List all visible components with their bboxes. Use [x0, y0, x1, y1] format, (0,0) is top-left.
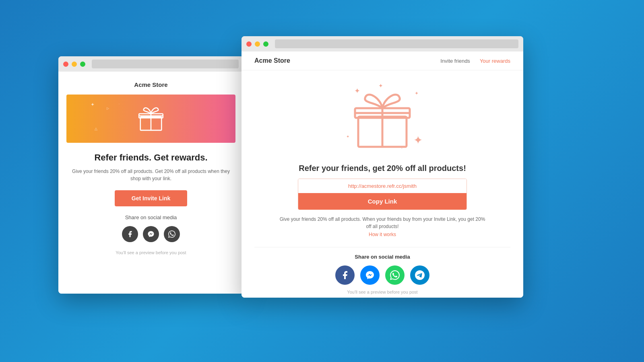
how-it-works-link[interactable]: How it works — [369, 232, 396, 237]
sparkle-bottom-right: ✦ — [413, 134, 423, 147]
get-invite-link-button[interactable]: Get Invite Link — [115, 190, 187, 206]
app-logo: Acme Store — [254, 57, 290, 64]
gift-icon-banner — [137, 105, 165, 133]
email-preview-note: You'll see a preview before you post — [66, 250, 235, 255]
whatsapp-button[interactable] — [385, 265, 405, 285]
email-subtext: Give your friends 20% off all products. … — [66, 168, 235, 182]
address-bar-back — [92, 60, 239, 68]
messenger-button[interactable] — [360, 265, 380, 285]
messenger-icon — [365, 270, 375, 280]
copy-link-button[interactable]: Copy Link — [298, 193, 466, 210]
address-bar-front — [275, 39, 518, 48]
referral-link-input[interactable] — [298, 179, 466, 193]
referral-link-box: Copy Link — [298, 179, 467, 210]
divider — [254, 247, 510, 247]
nav-your-rewards[interactable]: Your rewards — [480, 58, 510, 64]
nav-invite-friends[interactable]: Invite friends — [440, 58, 470, 64]
sparkle-top-center: ✦ — [378, 82, 383, 89]
desc-text: Give your friends 20% off all products. … — [278, 216, 487, 230]
app-main: ✦ ✦ ✦ ✦ ✦ · — [242, 70, 523, 298]
email-heading: Refer friends. Get rewards. — [66, 152, 235, 163]
gift-icon-main — [350, 86, 415, 151]
messenger-icon-back[interactable] — [143, 226, 159, 242]
banner-sparkle-4: · — [119, 103, 120, 105]
browser-content-front: Acme Store Invite friends Your rewards ✦… — [242, 51, 523, 298]
sparkle-top-left: ✦ — [354, 86, 360, 95]
titlebar-back — [58, 56, 244, 72]
email-banner: ✦ ▷ △ · — [66, 95, 235, 143]
social-icons-row — [335, 265, 429, 285]
email-store-title: Acme Store — [66, 81, 235, 88]
sparkle-top-right: ✦ — [415, 90, 419, 96]
browser-content-back: Acme Store ✦ ▷ △ · Refer — [58, 72, 244, 294]
whatsapp-icon — [390, 270, 400, 280]
sparkle-bottom-center: · — [401, 145, 402, 151]
browser-window-back: Acme Store ✦ ▷ △ · Refer — [58, 56, 244, 294]
telegram-icon — [415, 270, 425, 280]
whatsapp-icon-back[interactable] — [164, 226, 180, 242]
banner-sparkle-3: △ — [95, 127, 97, 131]
titlebar-front — [242, 36, 523, 51]
facebook-icon — [340, 270, 350, 280]
traffic-light-red-front[interactable] — [246, 41, 252, 47]
main-heading: Refer your friends, get 20% off all prod… — [299, 164, 466, 173]
banner-sparkle-2: ▷ — [107, 107, 109, 110]
preview-note-main: You'll see a preview before you post — [347, 290, 417, 294]
traffic-light-yellow-back[interactable] — [72, 62, 77, 67]
banner-sparkle-1: ✦ — [91, 102, 95, 107]
app-nav: Acme Store Invite friends Your rewards — [242, 51, 523, 70]
traffic-light-green-front[interactable] — [263, 41, 268, 47]
traffic-light-yellow-front[interactable] — [255, 41, 260, 47]
facebook-button[interactable] — [335, 265, 355, 285]
telegram-button[interactable] — [410, 265, 429, 285]
facebook-icon-back[interactable] — [122, 226, 138, 242]
sparkle-bottom-left: ✦ — [346, 134, 349, 139]
email-social-icons — [66, 226, 235, 242]
email-share-label: Share on social media — [66, 214, 235, 220]
traffic-light-green-back[interactable] — [80, 62, 85, 67]
nav-links: Invite friends Your rewards — [440, 58, 510, 64]
share-heading: Share on social media — [355, 254, 410, 260]
gift-illustration: ✦ ✦ ✦ ✦ ✦ · — [338, 78, 427, 159]
share-section: Share on social media — [254, 251, 510, 297]
traffic-light-red-back[interactable] — [63, 62, 68, 67]
browser-window-front: Acme Store Invite friends Your rewards ✦… — [242, 36, 523, 298]
